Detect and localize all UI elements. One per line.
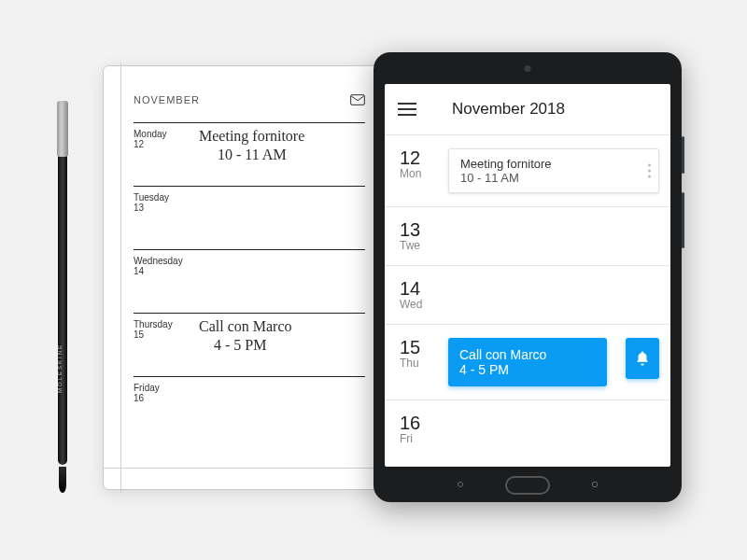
date-dow: Wed — [400, 298, 435, 311]
day-row[interactable]: 16 Fri — [385, 400, 670, 458]
date-dow: Twe — [400, 239, 435, 252]
handwritten-note: Call con Marco 4 - 5 PM — [199, 317, 292, 355]
home-button[interactable] — [505, 476, 550, 495]
calendar-app: November 2018 12 Mon Meeting fornitore 1… — [385, 84, 670, 467]
date-number: 16 — [400, 413, 435, 432]
event-title: Meeting fornitore — [460, 157, 630, 171]
planner-day-num: 14 — [134, 266, 365, 276]
day-row[interactable]: 13 Twe — [385, 207, 670, 265]
planner-day: Monday 12 Meeting fornitore 10 - 11 AM — [134, 122, 365, 186]
date-column: 13 Twe — [400, 220, 435, 252]
event-card[interactable]: Meeting fornitore 10 - 11 AM — [448, 148, 659, 193]
planner-day-label: Friday — [134, 383, 365, 393]
date-column: 14 Wed — [400, 279, 435, 311]
date-number: 14 — [400, 279, 435, 298]
event-time: 4 - 5 PM — [459, 362, 579, 377]
date-dow: Mon — [400, 167, 435, 180]
day-row[interactable]: 12 Mon Meeting fornitore 10 - 11 AM — [385, 135, 670, 206]
pen-barrel — [58, 110, 67, 465]
planner-month: NOVEMBER — [134, 94, 200, 105]
planner-day: Friday 16 — [134, 376, 365, 440]
date-dow: Fri — [400, 432, 435, 445]
svg-rect-0 — [351, 95, 365, 105]
pen-clip — [57, 101, 68, 157]
planner-day-num: 13 — [134, 203, 365, 213]
date-dow: Thu — [400, 357, 435, 370]
date-number: 12 — [400, 148, 435, 167]
nav-recents-icon[interactable] — [592, 482, 598, 487]
planner-day: Thursday 15 Call con Marco 4 - 5 PM — [134, 313, 365, 376]
event-title: Call con Marco — [459, 347, 579, 362]
planner-day: Tuesday 13 — [134, 186, 365, 249]
event-time: 10 - 11 AM — [460, 171, 630, 185]
tablet-device: November 2018 12 Mon Meeting fornitore 1… — [374, 52, 682, 502]
tablet-volume-button[interactable] — [682, 192, 684, 248]
day-row[interactable]: 15 Thu Call con Marco 4 - 5 PM — [385, 325, 670, 399]
date-number: 13 — [400, 220, 435, 239]
event-card-selected[interactable]: Call con Marco 4 - 5 PM — [448, 338, 607, 386]
pen-brand: MOLESKINE — [57, 343, 68, 393]
paper-planner: NOVEMBER Monday 12 Meeting fornitore 10 … — [103, 65, 383, 490]
date-column: 15 Thu — [400, 338, 435, 370]
handwritten-note: Meeting fornitore 10 - 11 AM — [199, 127, 304, 164]
date-number: 15 — [400, 338, 435, 357]
smart-pen: MOLESKINE — [56, 101, 69, 493]
day-row[interactable]: 14 Wed — [385, 266, 670, 324]
planner-day-num: 16 — [134, 393, 365, 403]
mail-icon — [350, 94, 365, 105]
pen-tip — [59, 467, 66, 493]
stage: MOLESKINE NOVEMBER Monday 12 Meeting for… — [0, 0, 747, 560]
tablet-power-button[interactable] — [682, 136, 684, 174]
tablet-camera — [525, 65, 531, 72]
planner-day-label: Tuesday — [134, 192, 365, 203]
nav-back-icon[interactable] — [458, 482, 463, 487]
date-column: 12 Mon — [400, 148, 435, 180]
reminder-button[interactable] — [626, 338, 659, 379]
app-header: November 2018 — [385, 84, 670, 134]
bell-icon — [634, 350, 651, 367]
menu-icon[interactable] — [398, 103, 416, 116]
planner-day: Wednesday 14 — [134, 249, 365, 313]
app-title: November 2018 — [452, 100, 565, 119]
planner-day-label: Wednesday — [134, 256, 365, 266]
more-icon[interactable] — [648, 164, 651, 178]
date-column: 16 Fri — [400, 413, 435, 445]
